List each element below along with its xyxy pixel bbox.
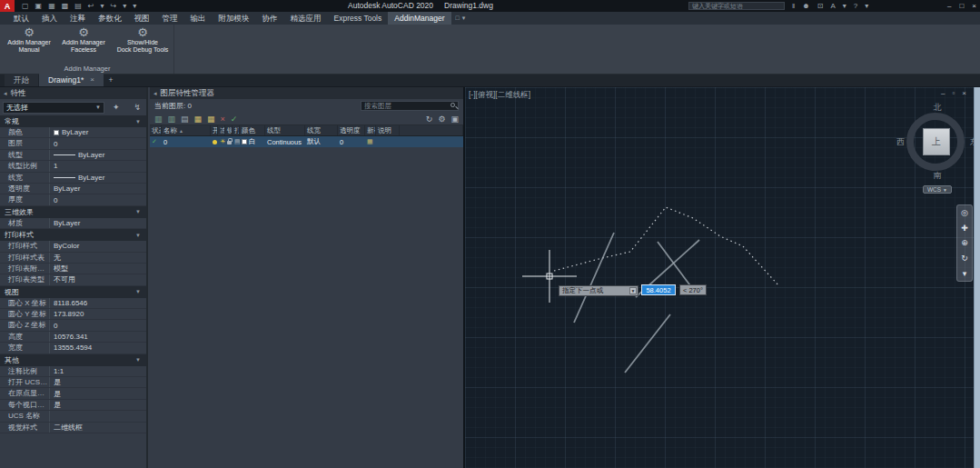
help-search-input[interactable] <box>688 2 785 10</box>
close-tab-icon[interactable]: × <box>90 74 94 86</box>
section-header-打印样式[interactable]: 打印样式▼ <box>0 229 146 241</box>
dotted-polyline-entity[interactable] <box>554 207 779 286</box>
ribbon-tab-参数化[interactable]: 参数化 <box>92 12 128 25</box>
property-value[interactable]: 0 <box>49 138 146 148</box>
property-value[interactable]: ByLayer <box>49 184 146 194</box>
ribbon-tab-默认[interactable]: 默认 <box>7 12 35 25</box>
save-icon[interactable]: ▦ <box>48 0 55 12</box>
column-header-状态[interactable]: 状态 <box>150 125 162 135</box>
save-as-icon[interactable]: ▩ <box>62 0 69 12</box>
dynamic-input-distance-field[interactable]: 58.4052 <box>641 284 676 295</box>
property-value[interactable]: 13555.4594 <box>49 343 146 353</box>
ribbon-display-dropdown-icon[interactable]: ▾ <box>462 12 466 25</box>
close-button[interactable]: × <box>972 2 976 10</box>
layer-lineweight-cell[interactable]: 默认 <box>305 136 338 147</box>
help-icon[interactable]: ? <box>854 0 857 12</box>
viewcube-west[interactable]: 西 <box>896 136 905 148</box>
plot-icon[interactable]: ▤ <box>74 0 82 12</box>
wcs-dropdown[interactable]: WCS ▼ <box>923 185 952 194</box>
app-store-icon[interactable]: A <box>830 0 835 12</box>
zoom-icon[interactable]: ⊕ <box>961 238 968 247</box>
property-value[interactable]: 173.8920 <box>49 309 146 319</box>
section-header-视图[interactable]: 视图▼ <box>0 286 146 298</box>
property-value[interactable]: ByLayer <box>49 173 146 183</box>
property-value[interactable]: 0 <box>49 320 146 330</box>
app-store-dropdown-icon[interactable]: ▾ <box>843 0 846 12</box>
ribbon-button-2[interactable]: ⚙Addin ManagerFaceless <box>57 25 110 65</box>
steering-wheel-icon[interactable]: ◎ <box>961 208 968 217</box>
line-entity-2[interactable] <box>658 242 692 288</box>
section-header-其他[interactable]: 其他▼ <box>0 354 146 366</box>
quick-select-icon[interactable]: ✦ <box>113 103 120 112</box>
property-value[interactable]: ByLayer <box>49 218 146 228</box>
layer-freeze-cell[interactable]: ☀ <box>218 136 225 147</box>
pan-icon[interactable]: ✚ <box>961 224 968 233</box>
column-header-新视口冻结[interactable]: 新视口冻结 <box>365 125 376 135</box>
ribbon-tab-协作[interactable]: 协作 <box>256 12 284 25</box>
column-header-说明[interactable]: 说明 <box>376 125 400 135</box>
open-file-icon[interactable]: ▣ <box>35 0 43 12</box>
set-current-layer-icon[interactable]: ✓ <box>231 115 238 124</box>
column-header-打印[interactable]: 打印 <box>233 125 240 135</box>
property-value[interactable]: ByLayer <box>49 127 146 137</box>
undo-dropdown-icon[interactable]: ▾ <box>101 0 104 12</box>
layer-color-cell[interactable]: 白 <box>240 136 265 147</box>
viewcube[interactable]: 上 北 南 西 东 <box>897 102 977 182</box>
property-value[interactable]: 10576.341 <box>49 332 146 342</box>
viewcube-north[interactable]: 北 <box>934 102 942 114</box>
settings-icon[interactable]: ⚙ <box>438 115 445 124</box>
keep-connected-icon[interactable]: ‖ <box>792 0 795 12</box>
new-layer-vp-freeze-icon[interactable]: ▦ <box>207 115 215 124</box>
ribbon-button-3[interactable]: ⚙Show/HideDock Debug Tools <box>113 25 173 65</box>
layer-lock-cell[interactable] <box>225 136 233 147</box>
line-entity-4[interactable] <box>625 314 670 373</box>
ribbon-tab-精选应用[interactable]: 精选应用 <box>284 12 328 25</box>
layer-search-input[interactable] <box>361 101 459 111</box>
line-entity-1[interactable] <box>574 233 614 323</box>
property-value[interactable]: 是 <box>49 377 146 387</box>
autocad-logo-icon[interactable]: A <box>0 0 15 12</box>
property-value[interactable]: 8118.6546 <box>49 298 146 308</box>
ribbon-button-1[interactable]: ⚙Addin ManagerManual <box>3 25 55 65</box>
column-header-颜色[interactable]: 颜色 <box>240 125 265 135</box>
property-value[interactable] <box>49 411 146 421</box>
layer-name-cell[interactable]: 0 <box>162 136 211 147</box>
file-tab-drawing1[interactable]: Drawing1*× <box>39 74 104 86</box>
autohide-icon[interactable]: ◂ <box>4 90 7 97</box>
new-file-icon[interactable]: ▢ <box>22 0 29 12</box>
pickadd-toggle-icon[interactable]: ↯ <box>134 103 141 112</box>
layer-plot-cell[interactable]: ▤ <box>233 136 240 147</box>
model-space-canvas[interactable]: [-][俯视][二维线框] – ▫ × 上 北 南 西 东 WCS ▼ ◎✚⊕↻… <box>465 87 974 468</box>
property-value[interactable]: ByLayer <box>49 150 146 160</box>
selection-dropdown[interactable]: 无选择 ▼ <box>3 102 104 114</box>
property-value[interactable]: 1:1 <box>49 366 146 376</box>
viewport-minimize-button[interactable]: – <box>941 89 945 97</box>
new-property-filter-icon[interactable]: ▥ <box>154 115 163 124</box>
property-value[interactable]: 0 <box>49 194 146 204</box>
section-header-三维效果[interactable]: 三维效果▼ <box>0 206 146 218</box>
layer-row-0[interactable]: ✓0☀▤白Continuous默认0▦ <box>150 136 463 147</box>
redo-dropdown-icon[interactable]: ▾ <box>123 0 126 12</box>
new-layer-icon[interactable]: ▦ <box>194 115 203 124</box>
new-tab-button[interactable]: + <box>104 74 117 86</box>
undo-icon[interactable]: ↩ <box>88 0 94 12</box>
property-value[interactable]: 是 <box>49 388 146 398</box>
ribbon-tab-express-tools[interactable]: Express Tools <box>328 12 389 25</box>
signin-user-icon[interactable]: ☻ <box>802 0 809 12</box>
property-value[interactable]: 1 <box>49 161 146 171</box>
dynamic-input-angle-field[interactable]: < 270° <box>679 284 707 295</box>
column-header-冻结[interactable]: 冻结 <box>218 125 225 135</box>
property-value[interactable]: 二维线框 <box>49 423 146 433</box>
section-header-常规[interactable]: 常规▼ <box>0 115 146 127</box>
property-value[interactable]: 是 <box>49 400 146 410</box>
layer-description-cell[interactable] <box>376 136 400 147</box>
restore-button[interactable]: □ <box>959 2 964 10</box>
ribbon-tab-插入[interactable]: 插入 <box>35 12 64 25</box>
column-header-线宽[interactable]: 线宽 <box>305 125 338 135</box>
file-tab-开始[interactable]: 开始 <box>5 74 38 86</box>
column-header-线型[interactable]: 线型 <box>265 125 305 135</box>
minimize-button[interactable]: – <box>947 2 951 10</box>
viewport-controls-label[interactable]: [-][俯视][二维线框] <box>469 90 530 101</box>
layer-transparency-cell[interactable]: 0 <box>338 136 365 147</box>
column-header-开[interactable]: 开 <box>211 125 218 135</box>
